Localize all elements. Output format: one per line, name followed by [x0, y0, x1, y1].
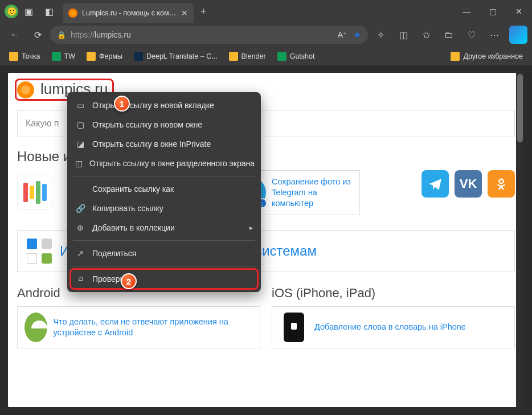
- favorites-icon[interactable]: ✩: [416, 26, 436, 44]
- refresh-button[interactable]: ⟳: [27, 26, 48, 44]
- address-bar[interactable]: 🔒 https://lumpics.ru A⁺ ★: [50, 26, 368, 44]
- article-link[interactable]: Сохранение фото из Telegram на компьютер: [272, 176, 353, 209]
- context-separator: [73, 266, 255, 266]
- url-text: https://lumpics.ru: [71, 30, 131, 39]
- copilot-button[interactable]: [509, 26, 527, 44]
- browser-toolbar: ← ⟳ 🔒 https://lumpics.ru A⁺ ★ ✧ ◫ ✩ 🗀 ♡ …: [0, 23, 532, 47]
- android-article-link[interactable]: Что делать, если не отвечают приложения …: [53, 317, 253, 338]
- close-tab-icon[interactable]: ✕: [181, 9, 188, 18]
- annotation-badge-1: 1: [114, 96, 130, 112]
- ctx-add-to-collections[interactable]: ⊕Добавить в коллекции▸: [67, 218, 261, 237]
- social-ok-button[interactable]: [488, 170, 515, 198]
- bookmark-item[interactable]: Gutshot: [273, 50, 320, 63]
- maximize-button[interactable]: ▢: [480, 0, 506, 23]
- inprivate-icon: ◪: [75, 139, 85, 149]
- bookmark-item[interactable]: DeepL Translate – C...: [129, 50, 222, 63]
- new-tab-icon: ▭: [75, 101, 85, 110]
- bookmarks-bar: Точка TW Фермы DeepL Translate – C... Bl…: [0, 47, 532, 66]
- more-menu-icon[interactable]: ⋯: [484, 26, 505, 44]
- ctx-copy-link[interactable]: 🔗Копировать ссылку: [67, 199, 261, 218]
- bookmark-overflow[interactable]: Другое избранное: [446, 50, 527, 63]
- performance-icon[interactable]: ♡: [461, 26, 482, 44]
- lock-icon: 🔒: [57, 31, 66, 39]
- kanban-icon: [17, 175, 52, 210]
- ctx-open-inprivate[interactable]: ◪Открыть ссылку в окне InPrivate: [67, 134, 261, 154]
- favicon-icon: [68, 9, 77, 18]
- profile-avatar[interactable]: 🙂: [5, 5, 18, 18]
- svg-point-0: [499, 179, 503, 183]
- collections-add-icon: ⊕: [75, 223, 85, 232]
- ctx-open-split[interactable]: ◫Открыть ссылку в окне разделенного экра…: [67, 154, 261, 173]
- ios-article-link[interactable]: Добавление слова в словарь на iPhone: [314, 322, 466, 332]
- vertical-scrollbar[interactable]: [516, 73, 524, 407]
- workspaces-icon[interactable]: ▣: [18, 6, 39, 17]
- tab-title: Lumpics.ru - помощь с компьюте: [82, 9, 177, 17]
- extensions-icon[interactable]: ✧: [370, 26, 391, 44]
- ctx-open-new-window[interactable]: ▢Открыть ссылку в новом окне: [67, 115, 261, 134]
- inspect-icon: ⌑: [75, 274, 85, 283]
- context-separator: [73, 176, 255, 176]
- social-vk-button[interactable]: VK: [455, 170, 482, 198]
- bookmark-item[interactable]: Точка: [5, 50, 45, 63]
- android-article-card[interactable]: Что делать, если не отвечают приложения …: [17, 306, 260, 348]
- ios-heading: iOS (iPhone, iPad): [272, 286, 515, 301]
- split-screen-icon[interactable]: ◫: [393, 26, 414, 44]
- annotation-badge-2: 2: [121, 273, 137, 289]
- tab-actions-icon[interactable]: ◧: [39, 6, 59, 17]
- browser-tab[interactable]: Lumpics.ru - помощь с компьюте ✕: [63, 3, 194, 23]
- scrollbar-thumb[interactable]: [517, 74, 523, 142]
- split-icon: ◫: [75, 159, 83, 168]
- iphone-icon: [284, 313, 304, 342]
- new-window-icon: ▢: [75, 120, 85, 129]
- reading-mode-icon[interactable]: A⁺: [338, 30, 347, 39]
- chevron-right-icon: ▸: [249, 224, 253, 232]
- collections-icon[interactable]: 🗀: [439, 26, 459, 44]
- window-titlebar: 🙂 ▣ ◧ Lumpics.ru - помощь с компьюте ✕ +…: [0, 0, 532, 23]
- ctx-share[interactable]: ↗Поделиться: [67, 244, 261, 263]
- bookmark-item[interactable]: Blender: [224, 50, 271, 63]
- minimize-button[interactable]: ―: [453, 0, 480, 23]
- android-icon: [24, 313, 47, 342]
- new-tab-button[interactable]: +: [194, 6, 213, 18]
- ctx-save-link-as[interactable]: Сохранить ссылку как: [67, 179, 261, 199]
- favorite-star-icon[interactable]: ★: [354, 30, 361, 39]
- back-button[interactable]: ←: [5, 26, 25, 44]
- link-context-menu: ▭Открыть ссылку в новой вкладке ▢Открыть…: [67, 92, 261, 292]
- social-telegram-button[interactable]: [421, 170, 449, 198]
- share-icon: ↗: [75, 249, 85, 258]
- context-separator: [73, 240, 255, 241]
- ctx-inspect[interactable]: ⌑Проверить: [67, 269, 261, 289]
- article-card[interactable]: [17, 170, 63, 215]
- bookmark-item[interactable]: TW: [47, 50, 80, 63]
- link-icon: 🔗: [75, 204, 85, 213]
- ios-article-card[interactable]: Добавление слова в словарь на iPhone: [272, 306, 515, 348]
- bookmark-item[interactable]: Фермы: [82, 50, 127, 63]
- ctx-open-new-tab[interactable]: ▭Открыть ссылку в новой вкладке: [67, 96, 261, 115]
- os-grid-icon: [27, 239, 52, 264]
- close-window-button[interactable]: ✕: [506, 0, 532, 23]
